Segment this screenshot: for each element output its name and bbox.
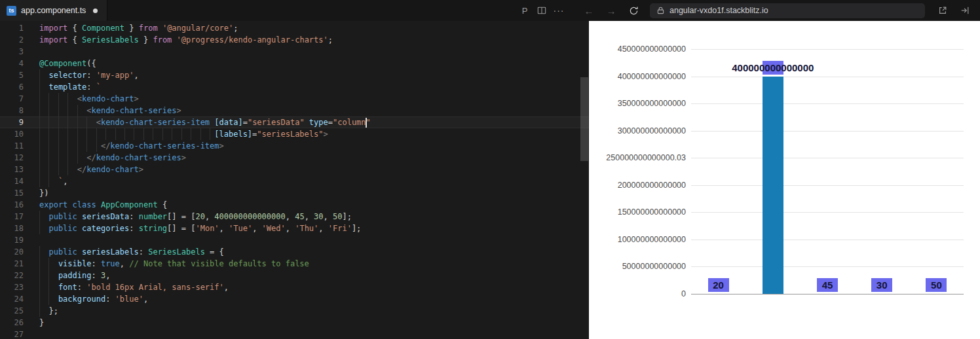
code-line[interactable]: 23font: 'bold 16px Arial, sans-serif', bbox=[0, 281, 589, 293]
preview-address-bar[interactable]: angular-vxdo1f.stackblitz.io bbox=[650, 3, 925, 18]
editor-scrollbar[interactable] bbox=[580, 21, 589, 339]
code-line[interactable]: 3 bbox=[0, 46, 589, 58]
code-line[interactable]: 20public seriesLabels: SeriesLabels = { bbox=[0, 246, 589, 258]
y-axis-tick-label: 450000000000000 bbox=[589, 44, 686, 54]
indent-guides bbox=[39, 152, 86, 164]
line-number[interactable]: 6 bbox=[0, 81, 24, 93]
code-line-content: public seriesData: number[] = [20, 40000… bbox=[39, 211, 352, 223]
code-line-content: `, bbox=[39, 175, 67, 187]
line-number[interactable]: 9 bbox=[0, 116, 24, 128]
code-line[interactable]: 9<kendo-chart-series-item [data]="series… bbox=[0, 116, 589, 128]
unsaved-changes-dot bbox=[93, 9, 98, 13]
code-line[interactable]: 21visible: true, // Note that visible de… bbox=[0, 258, 589, 270]
code-line-content: font: 'bold 16px Arial, sans-serif', bbox=[39, 281, 229, 293]
code-line-content: <kendo-chart-series> bbox=[39, 105, 181, 116]
code-line[interactable]: 19 bbox=[0, 234, 589, 246]
line-number[interactable]: 16 bbox=[0, 199, 24, 211]
code-line[interactable]: 18public categories: string[] = ['Mon', … bbox=[0, 223, 589, 234]
code-line-content: padding: 3, bbox=[39, 270, 110, 281]
code-lines: 1import { Component } from '@angular/cor… bbox=[0, 22, 589, 339]
editor-tab-app-component-ts[interactable]: ts app.component.ts bbox=[0, 0, 107, 21]
code-line[interactable]: 13</kendo-chart> bbox=[0, 164, 589, 175]
line-number[interactable]: 11 bbox=[0, 140, 24, 152]
line-number[interactable]: 19 bbox=[0, 234, 24, 246]
chart-bar bbox=[763, 77, 783, 294]
code-line[interactable]: 27 bbox=[0, 329, 589, 339]
indent-guides bbox=[39, 81, 48, 93]
line-number[interactable]: 3 bbox=[0, 46, 24, 58]
code-line[interactable]: 24background: 'blue', bbox=[0, 293, 589, 305]
line-number[interactable]: 27 bbox=[0, 329, 24, 339]
line-number[interactable]: 18 bbox=[0, 223, 24, 234]
line-number[interactable]: 2 bbox=[0, 34, 24, 46]
line-number[interactable]: 26 bbox=[0, 317, 24, 329]
code-line[interactable]: 12</kendo-chart-series> bbox=[0, 152, 589, 164]
back-button[interactable]: ← bbox=[580, 2, 597, 19]
code-editor[interactable]: 1import { Component } from '@angular/cor… bbox=[0, 21, 589, 339]
code-line[interactable]: 26} bbox=[0, 317, 589, 329]
code-line[interactable]: 5selector: 'my-app', bbox=[0, 69, 589, 81]
line-number[interactable]: 13 bbox=[0, 164, 24, 175]
main-split: 1import { Component } from '@angular/cor… bbox=[0, 21, 980, 339]
code-line[interactable]: 11</kendo-chart-series-item> bbox=[0, 140, 589, 152]
code-line[interactable]: 10[labels]="seriesLabels"> bbox=[0, 128, 589, 140]
more-actions-button[interactable]: ··· bbox=[550, 2, 567, 19]
line-number[interactable]: 15 bbox=[0, 187, 24, 199]
y-axis-tick-label: 400000000000000 bbox=[589, 71, 686, 82]
code-line[interactable]: 17public seriesData: number[] = [20, 400… bbox=[0, 211, 589, 223]
line-number[interactable]: 20 bbox=[0, 246, 24, 258]
code-line-content: [labels]="seriesLabels"> bbox=[39, 128, 328, 140]
indent-guides bbox=[39, 175, 58, 187]
y-axis-tick-label: 100000000000000 bbox=[589, 234, 686, 245]
forward-button[interactable]: → bbox=[603, 2, 620, 19]
scrollbar-thumb[interactable] bbox=[580, 77, 588, 161]
open-in-new-window-button[interactable] bbox=[934, 2, 951, 19]
line-number[interactable]: 21 bbox=[0, 258, 24, 270]
split-editor-icon bbox=[537, 6, 546, 15]
code-line[interactable]: 14`, bbox=[0, 175, 589, 187]
code-line[interactable]: 1import { Component } from '@angular/cor… bbox=[0, 22, 589, 34]
bar-value-label: 400000000000000 bbox=[763, 61, 783, 75]
y-axis-tick-label: 300000000000000 bbox=[589, 126, 686, 136]
split-editor-button[interactable] bbox=[533, 2, 550, 19]
line-number[interactable]: 23 bbox=[0, 281, 24, 293]
topbar-right-buttons bbox=[934, 2, 980, 19]
line-number[interactable]: 22 bbox=[0, 270, 24, 281]
indent-guides bbox=[39, 258, 58, 270]
bar-value-label: 20 bbox=[708, 278, 729, 292]
code-line[interactable]: 4@Component({ bbox=[0, 58, 589, 69]
topbar: ts app.component.ts P ··· ← → angular-vx… bbox=[0, 0, 980, 21]
line-number[interactable]: 1 bbox=[0, 22, 24, 34]
code-line[interactable]: 6template: ` bbox=[0, 81, 589, 93]
y-axis-tick-label: 350000000000000 bbox=[589, 98, 686, 109]
line-number[interactable]: 25 bbox=[0, 305, 24, 317]
typescript-file-icon: ts bbox=[7, 6, 16, 16]
line-number[interactable]: 8 bbox=[0, 105, 24, 116]
line-number[interactable]: 7 bbox=[0, 93, 24, 105]
refresh-button[interactable] bbox=[625, 2, 642, 19]
refresh-icon bbox=[629, 6, 639, 16]
indent-guides bbox=[39, 246, 48, 258]
code-line[interactable]: 15}) bbox=[0, 187, 589, 199]
grid-line bbox=[691, 158, 964, 158]
y-axis-tick-label: 250000000000000.03 bbox=[589, 152, 686, 163]
line-number[interactable]: 14 bbox=[0, 175, 24, 187]
toggle-preview-pane-button[interactable] bbox=[956, 2, 973, 19]
line-number[interactable]: 24 bbox=[0, 293, 24, 305]
code-line[interactable]: 22padding: 3, bbox=[0, 270, 589, 281]
line-number[interactable]: 12 bbox=[0, 152, 24, 164]
line-number[interactable]: 10 bbox=[0, 128, 24, 140]
line-number[interactable]: 17 bbox=[0, 211, 24, 223]
line-number[interactable]: 5 bbox=[0, 69, 24, 81]
code-line[interactable]: 2import { SeriesLabels } from '@progress… bbox=[0, 34, 589, 46]
code-line[interactable]: 7<kendo-chart> bbox=[0, 93, 589, 105]
code-line-content: <kendo-chart-series-item [data]="seriesD… bbox=[39, 116, 371, 128]
code-line-content: import { SeriesLabels } from '@progress/… bbox=[39, 34, 333, 46]
code-line[interactable]: 16export class AppComponent { bbox=[0, 199, 589, 211]
line-number[interactable]: 4 bbox=[0, 58, 24, 69]
code-line-content: } bbox=[39, 317, 44, 329]
code-line[interactable]: 25}; bbox=[0, 305, 589, 317]
code-line[interactable]: 8<kendo-chart-series> bbox=[0, 105, 589, 116]
grid-line bbox=[691, 212, 964, 213]
prettier-button[interactable]: P bbox=[516, 2, 533, 19]
